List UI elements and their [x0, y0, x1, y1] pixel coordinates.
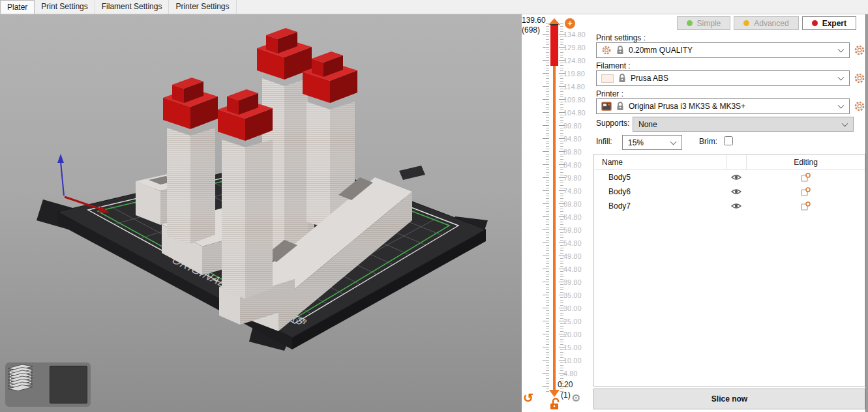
column-header-visibility — [726, 154, 746, 169]
lock-icon — [616, 102, 624, 111]
tab-print-settings[interactable]: Print Settings — [35, 0, 95, 14]
mode-button-advanced[interactable]: Advanced — [734, 16, 798, 30]
brim-checkbox[interactable] — [724, 136, 733, 145]
mode-dot-icon — [687, 20, 693, 26]
filament-combo[interactable]: Prusa ABS — [596, 70, 850, 86]
object-settings-icon[interactable] — [746, 187, 865, 197]
infill-label: Infill: — [596, 137, 612, 146]
3d-scene: ORIGINAL PRUSA i3 MK3 by Josef Prusa — [0, 14, 522, 412]
object-list-row[interactable]: Body7 — [594, 199, 865, 213]
slider-tick-label: 20.00 — [563, 331, 591, 338]
eye-icon[interactable] — [726, 188, 746, 196]
chevron-down-icon — [670, 138, 677, 145]
infill-value: 15% — [628, 138, 644, 147]
slider-tick-label: 59.80 — [563, 226, 591, 234]
slider-tick-label: 119.80 — [563, 70, 591, 78]
prusaslicer-window: PlaterPrint SettingsFilament SettingsPri… — [0, 0, 868, 412]
supports-label: Supports: — [596, 119, 629, 128]
filament-color-swatch — [601, 74, 614, 83]
object-list-row[interactable]: Body6 — [594, 184, 865, 199]
slider-top-value: 139.60 — [522, 16, 546, 25]
slider-bottom-layer-number: (1) — [561, 390, 571, 400]
object-list-header: Name Editing — [594, 154, 865, 170]
slider-tick-label: 69.80 — [563, 200, 591, 208]
filament-value: Prusa ABS — [631, 74, 668, 83]
printer-icon — [601, 102, 612, 111]
tab-plater[interactable]: Plater — [0, 0, 35, 14]
slider-track[interactable] — [553, 66, 556, 391]
slider-tick-label: 44.80 — [563, 265, 591, 273]
model-tower-2[interactable] — [218, 89, 273, 299]
slider-tick-label: 64.80 — [563, 213, 591, 221]
printer-label: Printer : — [596, 89, 623, 98]
layer-slider-panel: 139.60 (698) 134.80129.80124.80119.80114… — [522, 14, 593, 412]
mode-selector: SimpleAdvancedExpert — [593, 16, 856, 30]
object-list-row[interactable]: Body5 — [594, 170, 865, 184]
slider-selected-range[interactable] — [550, 24, 558, 66]
slider-tick-label: 84.80 — [563, 161, 591, 169]
chevron-down-icon — [842, 120, 848, 126]
slider-tick-label: 39.80 — [563, 278, 591, 286]
slider-tick-label: 15.00 — [563, 344, 591, 351]
slider-settings-gear-icon[interactable] — [571, 392, 580, 404]
filament-label: Filament : — [596, 61, 631, 70]
3d-viewport[interactable]: ORIGINAL PRUSA i3 MK3 by Josef Prusa — [0, 14, 522, 412]
edit-print-settings-gear-icon[interactable] — [854, 44, 865, 56]
slider-tick-label: 49.80 — [563, 252, 591, 260]
mode-dot-icon — [812, 20, 818, 26]
slider-tick-label: 10.00 — [563, 357, 591, 364]
slider-bottom-value: 0.20 — [558, 380, 573, 389]
edit-filament-gear-icon[interactable] — [854, 72, 865, 84]
print-settings-value: 0.20mm QUALITY — [629, 46, 693, 55]
slider-tick-label: 99.80 — [563, 122, 591, 130]
slider-tick-label: 54.80 — [563, 239, 591, 247]
slice-now-button[interactable]: Slice now — [593, 389, 865, 409]
column-header-name: Name — [594, 158, 726, 167]
slider-tick-label: 124.80 — [563, 57, 591, 65]
tab-filament-settings[interactable]: Filament Settings — [95, 0, 170, 14]
chevron-down-icon — [838, 46, 845, 53]
slider-tick-label: 4.80 — [563, 370, 591, 377]
supports-select[interactable]: None — [633, 117, 854, 132]
lock-icon — [618, 74, 626, 83]
slider-tick-label: 114.80 — [563, 83, 591, 91]
column-header-editing: Editing — [746, 154, 865, 169]
window-right-edge — [865, 14, 868, 412]
slider-tick-label: 129.80 — [563, 44, 591, 52]
layers-icon — [5, 362, 35, 392]
undo-icon[interactable] — [523, 390, 533, 405]
slider-tick-label: 134.80 — [563, 31, 591, 38]
object-name: Body6 — [594, 187, 726, 196]
infill-select[interactable]: 15% — [622, 135, 682, 150]
printer-combo[interactable]: Original Prusa i3 MK3S & MK3S+ — [596, 98, 850, 114]
object-list: Name Editing Body5 Body6 Body7 — [593, 154, 865, 387]
unlock-icon[interactable] — [549, 398, 561, 411]
mode-button-simple[interactable]: Simple — [677, 16, 731, 30]
slider-tick-label: 79.80 — [563, 174, 591, 182]
slider-tick-label: 104.80 — [563, 109, 591, 117]
slider-tick-label: 74.80 — [563, 187, 591, 195]
eye-icon[interactable] — [726, 173, 746, 181]
print-settings-combo[interactable]: 0.20mm QUALITY — [596, 42, 850, 58]
view-toggle-group — [5, 362, 91, 407]
chevron-down-icon — [838, 102, 845, 109]
eye-icon[interactable] — [726, 202, 746, 210]
mode-button-expert[interactable]: Expert — [802, 16, 856, 30]
print-settings-label: Print settings : — [596, 33, 646, 42]
tab-printer-settings[interactable]: Printer Settings — [169, 0, 236, 14]
object-settings-icon[interactable] — [746, 201, 865, 211]
main-tab-bar: PlaterPrint SettingsFilament SettingsPri… — [0, 0, 868, 14]
slider-tick-label: 94.80 — [563, 135, 591, 143]
brim-label: Brim: — [699, 137, 717, 146]
object-settings-icon[interactable] — [746, 173, 865, 183]
slider-tick-label: 109.80 — [563, 96, 591, 104]
edit-printer-gear-icon[interactable] — [854, 100, 865, 112]
gear-icon — [601, 45, 612, 55]
preview-layers-view-button[interactable] — [50, 366, 87, 404]
mode-dot-icon — [743, 20, 749, 26]
object-name: Body5 — [594, 173, 726, 182]
slider-top-layer-number: (698) — [522, 25, 540, 35]
add-color-change-icon[interactable] — [565, 18, 575, 29]
model-tower-1[interactable] — [163, 78, 218, 244]
slider-lower-thumb[interactable] — [549, 390, 560, 397]
